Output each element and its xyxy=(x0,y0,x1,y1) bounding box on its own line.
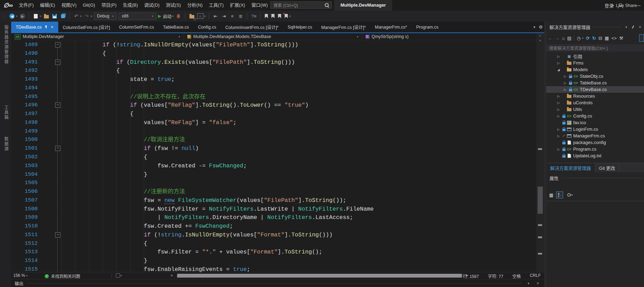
breadcrumb-member-dropdown[interactable]: QmyStrSp(string s) xyxy=(362,33,536,40)
tree-item-TDevBase.cs[interactable]: ▷C#TDevBase.cs xyxy=(546,86,644,93)
menu-item-d[interactable]: 调试(D) xyxy=(141,0,163,10)
code-line[interactable]: 1495//说明上次不存在，此次存在 xyxy=(11,92,536,101)
expander-collapsed-icon[interactable]: ▷ xyxy=(562,88,568,91)
save-button[interactable] xyxy=(51,13,58,20)
code-line[interactable]: 1509| NotifyFilters.DirectoryName | Noti… xyxy=(11,213,536,222)
new-file-dropdown[interactable]: ▾ xyxy=(40,15,41,18)
active-files-dropdown-icon[interactable]: ▾ xyxy=(533,25,535,29)
previous-bookmark-button[interactable]: ← xyxy=(270,14,275,18)
scroll-up-icon[interactable]: ▲ xyxy=(536,39,544,42)
code-line[interactable]: 1507fsw = new FileSystemWatcher(values["… xyxy=(11,196,536,205)
code-line[interactable]: 1503fsw.Created -= FswChanged; xyxy=(11,161,536,170)
locate-dropdown[interactable]: ▾ xyxy=(204,15,205,18)
line-indicator[interactable]: 行: 1587 xyxy=(463,273,479,279)
solution-explorer-header[interactable]: 解决方案资源管理器 ▾ ✕ xyxy=(546,22,644,32)
categorized-icon[interactable]: ▦ xyxy=(549,192,553,198)
tree-item-Frms[interactable]: ▷Frms xyxy=(546,60,644,66)
undo-button[interactable]: ↶ xyxy=(73,13,80,20)
forward-icon[interactable]: → xyxy=(555,36,560,41)
navigate-back-button[interactable]: ◀ xyxy=(9,13,15,20)
menu-item-f[interactable]: 文件(F) xyxy=(16,0,37,10)
undo-dropdown[interactable]: ▾ xyxy=(80,15,82,18)
sync-with-active-document-icon[interactable]: ↻ xyxy=(592,36,596,41)
fold-collapse-button[interactable]: − xyxy=(55,146,60,151)
tree-item-Models[interactable]: ◢Models xyxy=(546,66,644,73)
code-line[interactable]: 1514} xyxy=(11,256,536,265)
pin-icon[interactable] xyxy=(632,25,634,29)
tab-Program.cs[interactable]: Program.cs xyxy=(412,22,443,32)
solution-explorer-search-input[interactable]: 搜索解决方案资源管理器(Ctrl+;) xyxy=(546,44,644,52)
fold-collapse-button[interactable]: − xyxy=(55,232,60,237)
sync-active-document-toggle[interactable] xyxy=(639,34,644,42)
tab-ManagerFrm.cs[interactable]: ManagerFrm.cs* xyxy=(370,22,411,32)
menu-item-p[interactable]: 项目(P) xyxy=(98,0,120,10)
code-line[interactable]: 1492{ xyxy=(11,66,536,75)
menu-item-t[interactable]: 工具(T) xyxy=(206,0,227,10)
tab-TableBase.cs[interactable]: TableBase.cs xyxy=(158,22,193,32)
code-line[interactable]: 1515fsw.EnableRaisingEvents = true; xyxy=(11,265,536,272)
tree-item-LoginFrm.cs[interactable]: ▷LoginFrm.cs xyxy=(546,126,644,133)
zoom-level-select[interactable]: 156 %▾ xyxy=(13,273,28,278)
output-window-titlebar[interactable]: 输出 ▾ ✕ xyxy=(11,279,544,287)
code-line[interactable]: 1491−if (Directory.Exists(values["FilePa… xyxy=(11,58,536,67)
panel-tab-git-changes[interactable]: Git 更改 xyxy=(595,163,619,172)
menu-item-gitg[interactable]: Git(G) xyxy=(80,0,98,10)
split-editor-handle[interactable]: ÷ xyxy=(536,33,544,38)
close-icon[interactable]: ✕ xyxy=(638,25,643,29)
breadcrumb-type-dropdown[interactable]: Multiple.DevManager.Models.TDevBase ▾ xyxy=(184,33,362,40)
menu-item-v[interactable]: 视图(V) xyxy=(58,0,80,10)
editor-horizontal-scrollbar[interactable] xyxy=(177,274,464,278)
collapse-all-icon[interactable]: ⊟ xyxy=(598,36,602,41)
tree-item-UpdateLog.txt[interactable]: UpdateLog.txt xyxy=(546,152,644,159)
tree-item-Utils[interactable]: ▷Utils xyxy=(546,106,644,113)
redo-dropdown[interactable]: ▾ xyxy=(91,15,92,18)
live-share-button[interactable]: ↗ Live Share xyxy=(611,0,644,11)
code-line[interactable]: 1496−if (values["ReFlag"].ToString().ToL… xyxy=(11,101,536,109)
find-in-files-button[interactable] xyxy=(188,13,195,20)
sort-alphabetical-icon[interactable]: AZ↓ xyxy=(556,191,563,198)
clear-bookmarks-button[interactable]: ✕ xyxy=(284,14,289,18)
expander-collapsed-icon[interactable]: ▷ xyxy=(556,134,561,138)
tab-ColumnInsertFrm.cs[interactable]: ColumnInsertFrm.cs [设计]* xyxy=(221,22,283,32)
tab-Config.cs[interactable]: Config.cs xyxy=(194,22,221,32)
code-line[interactable]: 1494 xyxy=(11,84,536,92)
show-all-files-icon[interactable]: ▦ xyxy=(605,36,609,41)
tree-item-[interactable]: ▷▦引用 xyxy=(546,53,644,60)
code-line[interactable]: 1499 xyxy=(11,127,536,136)
expander-collapsed-icon[interactable]: ▷ xyxy=(562,75,568,78)
code-line[interactable]: 1497{ xyxy=(11,109,536,118)
chevron-down-icon[interactable]: ▾ xyxy=(526,281,531,285)
quick-search-input[interactable]: 搜索 (Ctrl+Q) xyxy=(270,1,332,9)
pending-changes-filter-icon[interactable]: ◷ xyxy=(577,36,581,41)
solution-configuration-select[interactable]: Debug▾ xyxy=(94,13,117,20)
refresh-icon[interactable]: ⟳ xyxy=(586,36,590,41)
tool-window-tab-2[interactable]: 数据源 xyxy=(3,137,9,151)
property-pages-icon[interactable] xyxy=(567,193,571,197)
properties-header[interactable]: 属性 xyxy=(546,174,644,182)
tree-item-packages.config[interactable]: packages.config xyxy=(546,139,644,146)
properties-wrench-icon[interactable]: ⚒ xyxy=(619,36,623,41)
navigate-forward-button[interactable]: ▶ xyxy=(19,13,26,20)
next-bookmark-button[interactable]: → xyxy=(277,14,282,18)
new-file-button[interactable] xyxy=(32,13,39,20)
code-line[interactable]: 1511−if (!string.IsNullOrEmpty(values["F… xyxy=(11,231,536,239)
menu-item-s[interactable]: 测试(S) xyxy=(163,0,184,10)
expander-collapsed-icon[interactable]: ▷ xyxy=(556,114,561,118)
menu-item-n[interactable]: 分析(N) xyxy=(184,0,206,10)
expander-collapsed-icon[interactable]: ▷ xyxy=(556,55,561,58)
code-line[interactable]: 1502{ xyxy=(11,153,536,161)
pin-icon[interactable] xyxy=(44,25,48,29)
tool-window-tab-0[interactable]: 服务器资源管理器 xyxy=(3,25,9,64)
tree-item-uControls[interactable]: ▷uControls xyxy=(546,99,644,106)
expander-collapsed-icon[interactable]: ▷ xyxy=(556,61,561,65)
code-line[interactable]: 1510fsw.Created += FswChanged; xyxy=(11,222,536,231)
code-line[interactable]: 1498values["ReFlag"] = "false"; xyxy=(11,118,536,127)
code-line[interactable]: 1489−if (!string.IsNullOrEmpty(values["F… xyxy=(11,40,536,49)
column-indicator[interactable]: 字符: 77 xyxy=(488,273,503,279)
spaces-indicator[interactable]: 空格 xyxy=(512,273,521,279)
tab-ColumnSetFrm.cs[interactable]: ColumnSetFrm.cs xyxy=(114,22,158,32)
breadcrumb-project-dropdown[interactable]: C# Multiple.DevManager ▾ xyxy=(11,33,184,40)
menu-item-e[interactable]: 编辑(E) xyxy=(37,0,58,10)
view-code-icon[interactable]: <> xyxy=(612,36,617,41)
code-line[interactable]: 1493state = true; xyxy=(11,75,536,84)
